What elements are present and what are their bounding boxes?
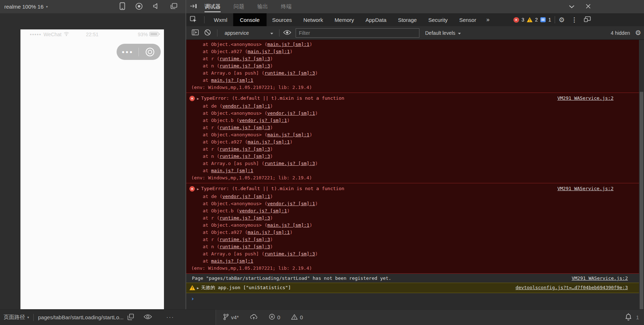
stack-file-link[interactable]: vendor.js? [sm]:1 <box>239 118 287 123</box>
console-error-message: at Object.<anonymous> (main.js? [sm]:1)a… <box>186 40 644 93</box>
undock-button[interactable] <box>584 16 591 23</box>
disclosure-triangle-icon[interactable]: ▶ <box>197 97 199 100</box>
error-message-text: TypeError: (t.default || t).mixin is not… <box>201 186 344 191</box>
disclosure-triangle-icon[interactable]: ▶ <box>197 187 199 191</box>
capsule-menu-button[interactable]: ●●● <box>117 49 138 55</box>
stack-file-link[interactable]: runtime.js? [sm]:3 <box>220 63 270 69</box>
collapse-panel-button[interactable] <box>569 4 575 10</box>
tab-sources[interactable]: Sources <box>267 13 298 26</box>
execution-context-selector[interactable]: appservice <box>221 30 276 36</box>
tab-sensor[interactable]: Sensor <box>453 13 482 26</box>
stack-file-link[interactable]: runtime.js? [sm]:3 <box>220 146 270 152</box>
stack-file-link[interactable]: runtime.js? [sm]:3 <box>220 154 270 159</box>
console-filter-input[interactable] <box>296 28 419 38</box>
mute-sound-button[interactable] <box>153 3 160 10</box>
title-tab-debugger[interactable]: 调试器 <box>205 0 221 13</box>
git-branch-indicator[interactable]: v4* <box>223 314 239 321</box>
stack-file-link[interactable]: main.js? [sm]:1 <box>248 49 290 54</box>
title-tab-problems[interactable]: 问题 <box>234 0 244 13</box>
hidden-messages-count[interactable]: 4 hidden <box>611 30 630 36</box>
simulator-area: ●●●●● WeChat 22:51 93% ●●● <box>0 13 185 309</box>
stack-frame: at Object.<anonymous> (main.js? [sm]:1) <box>186 222 644 229</box>
preview-path-button[interactable] <box>144 314 152 321</box>
path-more-button[interactable]: ··· <box>166 314 174 321</box>
stack-frame: at Object.<anonymous> (main.js? [sm]:1) <box>186 131 644 138</box>
problems-warnings-indicator[interactable]: 0 <box>291 314 303 321</box>
battery-percent: 93% <box>138 32 148 37</box>
page-path-selector[interactable]: 页面路径 ▾ <box>4 314 29 321</box>
tab-memory[interactable]: Memory <box>329 13 360 26</box>
stack-frame: at Object.a927 (main.js? [sm]:1) <box>186 48 644 55</box>
stack-file-link[interactable]: main.js? [sm]:1 <box>211 168 253 173</box>
chevron-down-icon: ▾ <box>27 315 29 319</box>
message-badge-icon <box>540 17 546 22</box>
scrollbar-thumb[interactable] <box>640 92 643 309</box>
stack-file-link[interactable]: main.js? [sm]:1 <box>211 258 253 264</box>
stack-file-link[interactable]: vendor.js? [sm]:1 <box>267 110 315 116</box>
message-source-link[interactable]: VM291 WAService.js:2 <box>572 274 628 283</box>
stack-file-link[interactable]: main.js? [sm]:1 <box>267 132 309 137</box>
disclosure-triangle-icon[interactable]: ▶ <box>197 286 199 290</box>
stack-file-link[interactable]: main.js? [sm]:1 <box>267 222 309 228</box>
more-tabs-button[interactable]: » <box>482 13 494 26</box>
stack-file-link[interactable]: runtime.js? [sm]:3 <box>264 251 315 256</box>
stack-frame: at de (vendor.js? [sm]:1) <box>186 103 644 110</box>
log-level-selector[interactable]: Default levels <box>425 30 461 36</box>
tab-wxml[interactable]: Wxml <box>208 13 233 26</box>
device-selector[interactable]: realme 100% 16 ▾ <box>4 4 48 10</box>
message-source-link[interactable]: VM291 WAService.js:2 <box>557 94 614 102</box>
clear-console-button[interactable] <box>204 29 211 37</box>
page-path-label: 页面路径 <box>4 314 25 321</box>
stack-file-link[interactable]: runtime.js? [sm]:3 <box>220 56 270 61</box>
record-screen-button[interactable] <box>135 3 143 11</box>
title-tab-terminal[interactable]: 终端 <box>281 0 292 13</box>
devtools-settings-button[interactable]: ⚙ <box>559 17 565 23</box>
stack-file-link[interactable]: vendor.js? [sm]:1 <box>267 201 315 206</box>
stack-file-link[interactable]: runtime.js? [sm]:3 <box>264 161 315 166</box>
inspect-element-button[interactable] <box>190 16 197 24</box>
sync-upload-button[interactable] <box>250 314 258 321</box>
stack-file-link[interactable]: main.js? [sm]:1 <box>211 77 253 83</box>
close-debugger-button[interactable] <box>586 4 591 10</box>
stack-file-link[interactable]: vendor.js? [sm]:1 <box>239 208 287 213</box>
console-sidebar-toggle[interactable] <box>192 29 199 37</box>
page-path-bar: 页面路径 ▾ pages/tabBar/startLoading/startLo… <box>0 310 216 325</box>
tab-network[interactable]: Network <box>298 13 329 26</box>
live-expression-button[interactable] <box>283 30 291 36</box>
message-source-link[interactable]: devtoolsconfig.js?t=…d7f04beb694390f9e:3 <box>516 283 628 292</box>
capsule-close-button[interactable] <box>139 48 161 56</box>
dock-panel-button[interactable] <box>190 3 197 10</box>
stack-file-link[interactable]: vendor.js? [sm]:1 <box>222 194 270 199</box>
stack-file-link[interactable]: runtime.js? [sm]:3 <box>220 237 270 242</box>
title-tab-output[interactable]: 输出 <box>257 0 268 13</box>
stack-file-link[interactable]: runtime.js? [sm]:3 <box>220 125 270 130</box>
warning-badge-icon <box>527 17 532 22</box>
rotate-device-button[interactable] <box>119 2 125 11</box>
stack-file-link[interactable]: vendor.js? [sm]:1 <box>222 103 270 109</box>
multi-window-button[interactable] <box>170 3 178 11</box>
error-icon <box>189 96 195 101</box>
tab-security[interactable]: Security <box>423 13 453 26</box>
devtools-tabs: WxmlConsoleSourcesNetworkMemoryAppDataSt… <box>208 13 482 26</box>
stack-file-link[interactable]: main.js? [sm]:1 <box>248 230 290 235</box>
stack-file-link[interactable]: runtime.js? [sm]:3 <box>220 244 270 249</box>
console-scrollbar[interactable] <box>639 40 644 309</box>
stack-file-link[interactable]: main.js? [sm]:1 <box>248 139 290 145</box>
console-prompt[interactable]: › <box>186 293 644 302</box>
message-source-link[interactable]: VM291 WAService.js:2 <box>557 185 614 193</box>
stack-file-link[interactable]: runtime.js? [sm]:3 <box>220 215 270 221</box>
stack-file-link[interactable]: runtime.js? [sm]:3 <box>264 70 315 76</box>
phone-screen[interactable]: ●●●●● WeChat 22:51 93% ●●● <box>20 29 164 309</box>
notifications-button[interactable] <box>625 313 632 322</box>
chevron-down-icon <box>569 4 575 10</box>
copy-path-button[interactable] <box>127 314 134 321</box>
tab-storage[interactable]: Storage <box>392 13 423 26</box>
stack-file-link[interactable]: main.js? [sm]:1 <box>267 42 309 47</box>
tab-console[interactable]: Console <box>233 13 267 26</box>
problems-errors-indicator[interactable]: 0 <box>269 314 280 321</box>
stack-frame: at Object.b (vendor.js? [sm]:1) <box>186 117 644 124</box>
stack-frame: at r (runtime.js? [sm]:3) <box>186 55 644 62</box>
tab-appdata[interactable]: AppData <box>360 13 392 26</box>
console-settings-button[interactable]: ⚙ <box>635 29 641 36</box>
devtools-menu-button[interactable]: ⋮ <box>571 16 577 24</box>
